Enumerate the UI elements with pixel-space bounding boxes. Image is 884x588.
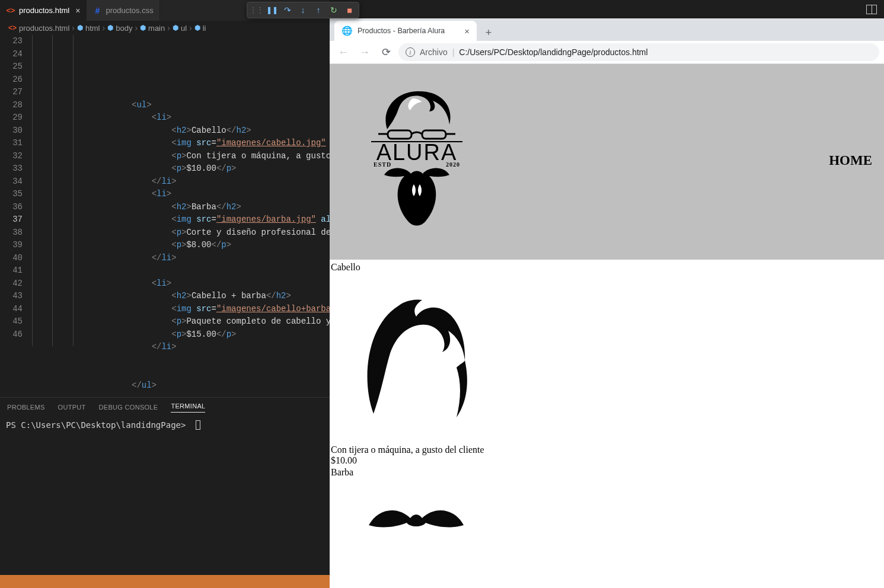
vscode-pane: <> productos.html × # productos.css ⋮⋮ ❚… bbox=[0, 0, 330, 588]
logo-hair-icon bbox=[378, 88, 455, 133]
logo: ALURA ESTD 2020 bbox=[366, 88, 467, 229]
tab-label: productos.css bbox=[106, 6, 153, 15]
symbol-icon: ⬢ bbox=[173, 24, 178, 32]
browser-tabstrip: 🌐 Productos - Barbería Alura × + bbox=[330, 18, 884, 41]
page-body: Cabello Con tijera o máquina, a gusto de… bbox=[330, 260, 884, 545]
terminal[interactable]: PS C:\Users\PC\Desktop\landidngPage> bbox=[0, 417, 330, 575]
html-file-icon: <> bbox=[6, 6, 15, 15]
breadcrumb-html[interactable]: ⬢html bbox=[77, 24, 100, 33]
svg-rect-1 bbox=[422, 130, 446, 139]
breadcrumb[interactable]: <> productos.html › ⬢html › ⬢body › ⬢mai… bbox=[0, 21, 330, 35]
bottom-panel: PROBLEMS OUTPUT DEBUG CONSOLE TERMINAL P… bbox=[0, 397, 330, 575]
product-price: $10.00 bbox=[331, 455, 883, 466]
code-content[interactable]: <ul> <li> <h2>Cabello</h2> <img src="ima… bbox=[32, 35, 330, 397]
debug-toolbar[interactable]: ⋮⋮ ❚❚ ↷ ↓ ↑ ↻ ◼ bbox=[247, 2, 359, 18]
chevron-right-icon: › bbox=[189, 23, 192, 33]
product-desc: Con tijera o máquina, a gusto del client… bbox=[331, 445, 883, 455]
chevron-right-icon: › bbox=[167, 23, 170, 33]
breadcrumb-main[interactable]: ⬢main bbox=[140, 24, 165, 33]
new-tab-button[interactable]: + bbox=[480, 24, 497, 41]
url-scheme: Archivo bbox=[420, 47, 448, 57]
forward-button[interactable]: → bbox=[356, 43, 374, 61]
symbol-icon: ⬢ bbox=[140, 24, 146, 32]
browser-window: 🌐 Productos - Barbería Alura × + ← → ⟳ i… bbox=[330, 18, 884, 588]
restart-button[interactable]: ↻ bbox=[327, 3, 341, 17]
step-into-button[interactable]: ↓ bbox=[296, 3, 310, 17]
code-editor[interactable]: 2324252627282930313233343536373839404142… bbox=[0, 35, 330, 397]
logo-brand: ALURA bbox=[366, 142, 467, 162]
html-file-icon: <> bbox=[8, 24, 17, 32]
panel-tab-terminal[interactable]: TERMINAL bbox=[171, 402, 205, 413]
terminal-cursor bbox=[196, 420, 200, 430]
logo-beard-icon bbox=[372, 164, 461, 229]
symbol-icon: ⬢ bbox=[194, 24, 200, 32]
product-image bbox=[357, 496, 883, 539]
breadcrumb-li[interactable]: ⬢li bbox=[194, 24, 206, 33]
chevron-right-icon: › bbox=[135, 23, 138, 33]
panel-tab-output[interactable]: OUTPUT bbox=[58, 404, 86, 411]
terminal-prompt: PS C:\Users\PC\Desktop\landidngPage> bbox=[6, 420, 186, 430]
home-link[interactable]: HOME bbox=[829, 153, 872, 168]
close-icon[interactable]: × bbox=[464, 26, 470, 36]
page-header: ALURA ESTD 2020 HOME bbox=[330, 64, 884, 260]
product-image bbox=[357, 277, 883, 440]
panel-tab-problems[interactable]: PROBLEMS bbox=[7, 404, 45, 411]
browser-tab[interactable]: 🌐 Productos - Barbería Alura × bbox=[334, 21, 477, 41]
svg-rect-0 bbox=[388, 130, 411, 139]
panel-tab-debug-console[interactable]: DEBUG CONSOLE bbox=[99, 404, 158, 411]
breadcrumb-body[interactable]: ⬢body bbox=[107, 24, 132, 33]
pause-button[interactable]: ❚❚ bbox=[265, 3, 279, 17]
line-gutter: 2324252627282930313233343536373839404142… bbox=[0, 35, 32, 397]
symbol-icon: ⬢ bbox=[77, 24, 83, 32]
step-out-button[interactable]: ↑ bbox=[311, 3, 325, 17]
status-bar[interactable] bbox=[0, 575, 330, 588]
breadcrumb-file[interactable]: <> productos.html bbox=[8, 24, 69, 33]
logo-glasses-icon bbox=[372, 129, 461, 140]
breadcrumb-ul[interactable]: ⬢ul bbox=[173, 24, 187, 33]
drag-handle-icon[interactable]: ⋮⋮ bbox=[250, 3, 264, 17]
step-over-button[interactable]: ↷ bbox=[280, 3, 295, 17]
tab-label: productos.html bbox=[19, 6, 69, 15]
chevron-right-icon: › bbox=[103, 23, 106, 33]
address-bar[interactable]: i Archivo | C:/Users/PC/Desktop/landidng… bbox=[398, 43, 879, 61]
panel-tabs: PROBLEMS OUTPUT DEBUG CONSOLE TERMINAL bbox=[0, 398, 330, 417]
editor-tab-productos-html[interactable]: <> productos.html × bbox=[0, 0, 87, 21]
back-button[interactable]: ← bbox=[334, 43, 352, 61]
css-file-icon: # bbox=[92, 6, 102, 15]
symbol-icon: ⬢ bbox=[107, 24, 113, 32]
browser-viewport[interactable]: ALURA ESTD 2020 HOME Cabello bbox=[330, 64, 884, 588]
globe-icon: 🌐 bbox=[342, 25, 353, 36]
close-icon[interactable]: × bbox=[75, 6, 80, 15]
browser-toolbar: ← → ⟳ i Archivo | C:/Users/PC/Desktop/la… bbox=[330, 41, 884, 64]
dark-strip bbox=[330, 0, 884, 18]
chevron-right-icon: › bbox=[72, 23, 75, 33]
split-editor-button[interactable] bbox=[866, 5, 877, 14]
info-icon[interactable]: i bbox=[406, 47, 415, 57]
browser-tab-title: Productos - Barbería Alura bbox=[358, 27, 445, 35]
reload-button[interactable]: ⟳ bbox=[377, 43, 395, 61]
url-path: C:/Users/PC/Desktop/landidngPage/product… bbox=[459, 47, 647, 57]
product-title: Cabello bbox=[331, 262, 883, 273]
divider: | bbox=[452, 47, 455, 57]
stop-button[interactable]: ◼ bbox=[342, 3, 356, 17]
product-title: Barba bbox=[331, 467, 883, 478]
editor-tab-productos-css[interactable]: # productos.css bbox=[87, 0, 159, 21]
